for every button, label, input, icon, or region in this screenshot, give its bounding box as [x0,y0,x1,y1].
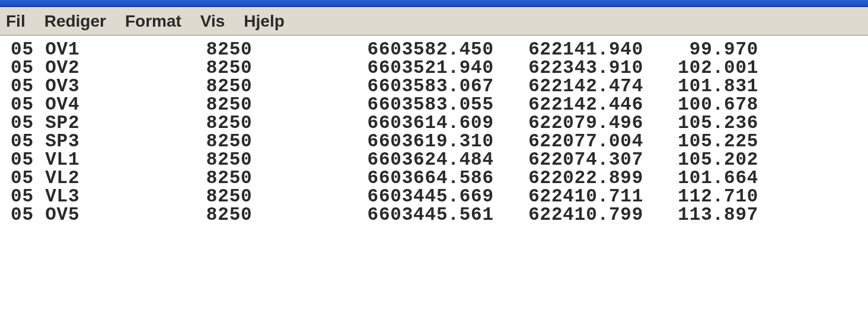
text-line: 05 OV3 8250 6603583.067 622142.474 101.8… [11,77,857,95]
menu-vis[interactable]: Vis [200,12,225,31]
text-line: 05 OV5 8250 6603445.561 622410.799 113.8… [11,206,857,224]
menubar: Fil Rediger Format Vis Hjelp [0,7,868,36]
menu-hjelp[interactable]: Hjelp [244,12,284,31]
text-line: 05 OV2 8250 6603521.940 622343.910 102.0… [11,59,857,77]
text-line: 05 OV1 8250 6603582.450 622141.940 99.97… [11,40,857,59]
menu-format[interactable]: Format [125,12,181,31]
text-content[interactable]: 05 OV1 8250 6603582.450 622141.940 99.97… [0,36,868,314]
text-line: 05 VL1 8250 6603624.484 622074.307 105.2… [11,150,857,169]
text-line: 05 SP3 8250 6603619.310 622077.004 105.2… [11,132,857,150]
menu-fil[interactable]: Fil [6,12,25,31]
menu-rediger[interactable]: Rediger [44,12,106,31]
text-line: 05 VL3 8250 6603445.669 622410.711 112.7… [11,187,857,206]
titlebar-strip [0,0,868,7]
text-line: 05 SP2 8250 6603614.609 622079.496 105.2… [11,114,857,132]
text-line: 05 OV4 8250 6603583.055 622142.446 100.6… [11,95,857,114]
text-line: 05 VL2 8250 6603664.586 622022.899 101.6… [11,169,857,187]
